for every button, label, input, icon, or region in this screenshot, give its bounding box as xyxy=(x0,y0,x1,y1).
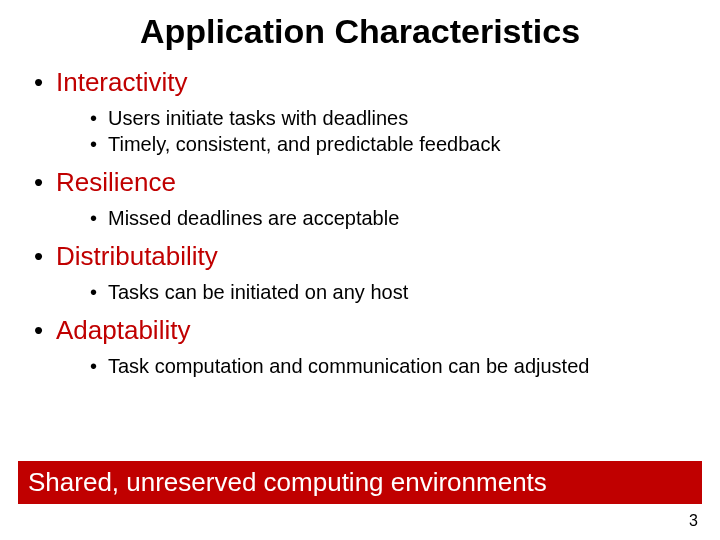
summary-banner: Shared, unreserved computing environment… xyxy=(18,461,702,504)
bullet-heading: Resilience xyxy=(56,167,176,197)
sub-bullet-list: Missed deadlines are acceptable xyxy=(56,205,720,231)
bullet-item: Interactivity Users initiate tasks with … xyxy=(34,67,720,157)
sub-bullet-list: Task computation and communication can b… xyxy=(56,353,720,379)
sub-bullet-list: Users initiate tasks with deadlines Time… xyxy=(56,105,720,157)
bullet-item: Distributability Tasks can be initiated … xyxy=(34,241,720,305)
bullet-heading: Adaptability xyxy=(56,315,190,345)
bullet-list: Interactivity Users initiate tasks with … xyxy=(0,67,720,379)
bullet-item: Resilience Missed deadlines are acceptab… xyxy=(34,167,720,231)
bullet-heading: Interactivity xyxy=(56,67,188,97)
slide: Application Characteristics Interactivit… xyxy=(0,0,720,540)
sub-bullet-item: Tasks can be initiated on any host xyxy=(90,279,720,305)
slide-title: Application Characteristics xyxy=(0,12,720,51)
sub-bullet-item: Timely, consistent, and predictable feed… xyxy=(90,131,720,157)
sub-bullet-item: Task computation and communication can b… xyxy=(90,353,720,379)
sub-bullet-list: Tasks can be initiated on any host xyxy=(56,279,720,305)
bullet-heading: Distributability xyxy=(56,241,218,271)
sub-bullet-item: Users initiate tasks with deadlines xyxy=(90,105,720,131)
page-number: 3 xyxy=(689,512,698,530)
bullet-item: Adaptability Task computation and commun… xyxy=(34,315,720,379)
sub-bullet-item: Missed deadlines are acceptable xyxy=(90,205,720,231)
